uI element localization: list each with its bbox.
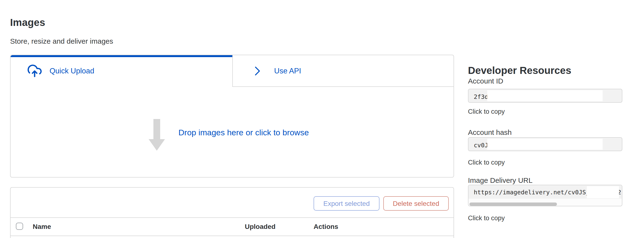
account-id-field[interactable]: 2f3d — [468, 89, 622, 103]
dropzone[interactable]: Drop images here or click to browse — [10, 87, 454, 177]
account-hash-copy-hint: Click to copy — [468, 159, 505, 166]
down-arrow-icon — [148, 119, 165, 151]
select-all-checkbox[interactable] — [16, 223, 23, 230]
images-table-panel: Export selected Delete selected Name Upl… — [10, 187, 454, 238]
account-hash-field[interactable]: cv0J — [468, 137, 622, 151]
tab-quick-upload[interactable]: Quick Upload — [10, 55, 232, 87]
chevron-right-icon — [251, 65, 264, 77]
images-toolbar: Export selected Delete selected — [10, 188, 454, 218]
url-partial-character: 2 — [619, 189, 621, 196]
page-subtitle: Store, resize and deliver images — [10, 37, 113, 45]
column-header-actions: Actions — [314, 223, 338, 230]
account-hash-label: Account hash — [468, 128, 512, 136]
cloud-upload-icon — [27, 63, 42, 79]
account-id-value: 2f3d — [474, 93, 488, 100]
image-delivery-url-value: https://imagedelivery.net/cv0JSj — [474, 189, 590, 196]
page-title: Images — [10, 17, 45, 28]
account-id-copy-hint: Click to copy — [468, 108, 505, 115]
tab-quick-upload-label: Quick Upload — [50, 67, 94, 75]
tab-use-api-label: Use API — [274, 66, 301, 75]
column-header-name: Name — [33, 223, 51, 230]
column-header-uploaded: Uploaded — [245, 223, 276, 230]
export-selected-button[interactable]: Export selected — [314, 196, 380, 211]
dropzone-label: Drop images here or click to browse — [178, 128, 309, 138]
account-hash-value: cv0J — [474, 141, 488, 149]
url-horizontal-scrollbar-thumb[interactable] — [470, 203, 557, 206]
delete-selected-button[interactable]: Delete selected — [383, 196, 449, 211]
account-id-label: Account ID — [468, 77, 503, 85]
image-delivery-url-copy-hint: Click to copy — [468, 215, 505, 222]
sidebar-title: Developer Resources — [468, 65, 572, 77]
upload-panel: Quick Upload Use API Drop images here or… — [10, 55, 454, 178]
images-page: Images Store, resize and deliver images … — [0, 0, 644, 238]
redaction-overlay — [487, 139, 603, 150]
developer-resources-sidebar: Developer Resources Account ID 2f3d Clic… — [468, 0, 622, 238]
redaction-overlay — [487, 90, 603, 101]
image-delivery-url-field[interactable]: https://imagedelivery.net/cv0JSj 2 — [468, 185, 622, 206]
images-table-header: Name Uploaded Actions — [10, 217, 454, 236]
redaction-overlay — [587, 186, 619, 198]
tab-use-api[interactable]: Use API — [232, 55, 454, 87]
image-delivery-url-label: Image Delivery URL — [468, 176, 532, 184]
